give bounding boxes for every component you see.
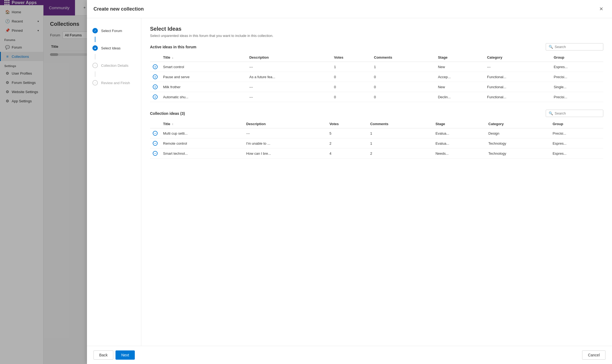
idea-category: Technology	[486, 148, 550, 159]
next-button[interactable]: Next	[115, 350, 135, 360]
active-ideas-label: Active ideas in this forum	[150, 45, 196, 49]
th-votes: Votes	[331, 53, 371, 62]
collection-ideas-search-input[interactable]	[555, 111, 600, 115]
add-idea-icon[interactable]: +	[153, 84, 158, 89]
th-votes: Votes	[327, 120, 367, 128]
th-title: Title ↓	[160, 53, 246, 62]
step-circle-collection-details: ○	[92, 63, 98, 68]
idea-comments: 2	[367, 148, 433, 159]
step-circle-select-ideas: ●	[92, 45, 98, 51]
remove-idea-icon[interactable]: −	[153, 151, 158, 156]
idea-title: Multi cup setti...	[160, 128, 243, 138]
footer-left-buttons: Back Next	[93, 350, 135, 360]
idea-category: Design	[486, 128, 550, 138]
table-row[interactable]: + Milk frother --- 0 0 New Functional...…	[150, 82, 603, 92]
collection-ideas-section: Collection ideas (3) 🔍 Title ↑ Descripti…	[150, 110, 603, 159]
step-select-ideas[interactable]: ● Select Ideas	[87, 42, 141, 54]
remove-idea-cell[interactable]: −	[150, 138, 160, 148]
add-idea-cell[interactable]: +	[150, 62, 160, 72]
step-review-finish[interactable]: ○ Review and Finish	[87, 77, 141, 89]
active-ideas-section: Active ideas in this forum 🔍 Title ↓ Des…	[150, 43, 603, 102]
idea-comments: 0	[371, 72, 435, 82]
cancel-button[interactable]: Cancel	[582, 350, 605, 360]
collection-ideas-label: Collection ideas (3)	[150, 111, 185, 116]
idea-comments: 1	[367, 128, 433, 138]
dialog-overlay: Create new collection ✕ ✓ Select Forum ●…	[0, 0, 612, 364]
idea-title: Smart control	[160, 62, 246, 72]
add-idea-cell[interactable]: +	[150, 82, 160, 92]
sort-arrow-icon: ↑	[172, 123, 173, 126]
idea-category: Technology	[486, 138, 550, 148]
section-title: Select Ideas	[150, 26, 603, 32]
table-row[interactable]: − Multi cup setti... --- 5 1 Evalua... D…	[150, 128, 603, 138]
th-stage: Stage	[435, 53, 484, 62]
back-button[interactable]: Back	[93, 350, 113, 360]
idea-description: As a future fea...	[246, 72, 331, 82]
dialog-close-button[interactable]: ✕	[597, 5, 605, 13]
active-ideas-tbody: + Smart control --- 1 1 New --- Espres..…	[150, 62, 603, 102]
table-row[interactable]: + Automatic shu... --- 0 0 Declin... Fun…	[150, 92, 603, 102]
search-icon: 🔍	[549, 45, 553, 49]
idea-description: I'm unable to ...	[243, 138, 327, 148]
idea-group: Espres...	[550, 148, 603, 159]
idea-stage: Evalua...	[433, 128, 486, 138]
step-connector-3	[95, 71, 95, 77]
table-row[interactable]: − Remote control I'm unable to ... 2 1 E…	[150, 138, 603, 148]
idea-comments: 1	[371, 62, 435, 72]
th-action	[150, 120, 160, 128]
idea-group: Espres...	[551, 62, 603, 72]
remove-idea-icon[interactable]: −	[153, 141, 158, 146]
idea-title: Pause and serve	[160, 72, 246, 82]
idea-stage: New	[435, 82, 484, 92]
step-select-forum[interactable]: ✓ Select Forum	[87, 25, 141, 37]
idea-stage: Evalua...	[433, 138, 486, 148]
th-group: Group	[550, 120, 603, 128]
add-idea-icon[interactable]: +	[153, 64, 158, 69]
idea-title: Automatic shu...	[160, 92, 246, 102]
dialog-footer: Back Next Cancel	[87, 346, 612, 364]
collection-ideas-table: Title ↑ Description Votes Comments Stage…	[150, 120, 603, 159]
idea-category: Functional...	[484, 92, 551, 102]
th-category: Category	[484, 53, 551, 62]
idea-stage: Declin...	[435, 92, 484, 102]
idea-title: Milk frother	[160, 82, 246, 92]
table-row[interactable]: + Smart control --- 1 1 New --- Espres..…	[150, 62, 603, 72]
dialog-title: Create new collection	[93, 6, 144, 12]
idea-title: Remote control	[160, 138, 243, 148]
search-icon: 🔍	[549, 111, 553, 115]
th-group: Group	[551, 53, 603, 62]
idea-votes: 1	[331, 62, 371, 72]
th-title: Title ↑	[160, 120, 243, 128]
step-collection-details[interactable]: ○ Collection Details	[87, 59, 141, 71]
th-description: Description	[243, 120, 327, 128]
steps-panel: ✓ Select Forum ● Select Ideas ○ Collecti…	[87, 18, 141, 346]
idea-group: Espres...	[550, 138, 603, 148]
collection-ideas-header: Collection ideas (3) 🔍	[150, 110, 603, 117]
add-idea-cell[interactable]: +	[150, 72, 160, 82]
step-connector-2	[95, 54, 95, 59]
add-idea-cell[interactable]: +	[150, 92, 160, 102]
idea-category: Functional...	[484, 72, 551, 82]
remove-idea-cell[interactable]: −	[150, 128, 160, 138]
table-row[interactable]: + Pause and serve As a future fea... 0 0…	[150, 72, 603, 82]
step-circle-review-finish: ○	[92, 80, 98, 86]
collection-ideas-search-box[interactable]: 🔍	[546, 110, 603, 117]
active-ideas-search-box[interactable]: 🔍	[546, 43, 603, 50]
idea-description: ---	[246, 62, 331, 72]
idea-votes: 4	[327, 148, 367, 159]
idea-description: How can I bre...	[243, 148, 327, 159]
add-idea-icon[interactable]: +	[153, 74, 158, 79]
remove-idea-icon[interactable]: −	[153, 131, 158, 136]
idea-title: Smart technol...	[160, 148, 243, 159]
idea-stage: Needs...	[433, 148, 486, 159]
step-circle-select-forum: ✓	[92, 28, 98, 33]
idea-votes: 5	[327, 128, 367, 138]
section-subtitle: Select unparented ideas in this forum th…	[150, 34, 603, 38]
collection-ideas-tbody: − Multi cup setti... --- 5 1 Evalua... D…	[150, 128, 603, 159]
add-idea-icon[interactable]: +	[153, 94, 158, 99]
remove-idea-cell[interactable]: −	[150, 148, 160, 159]
th-stage: Stage	[433, 120, 486, 128]
step-label-select-ideas: Select Ideas	[101, 46, 121, 50]
active-ideas-search-input[interactable]	[555, 45, 600, 49]
table-row[interactable]: − Smart technol... How can I bre... 4 2 …	[150, 148, 603, 159]
